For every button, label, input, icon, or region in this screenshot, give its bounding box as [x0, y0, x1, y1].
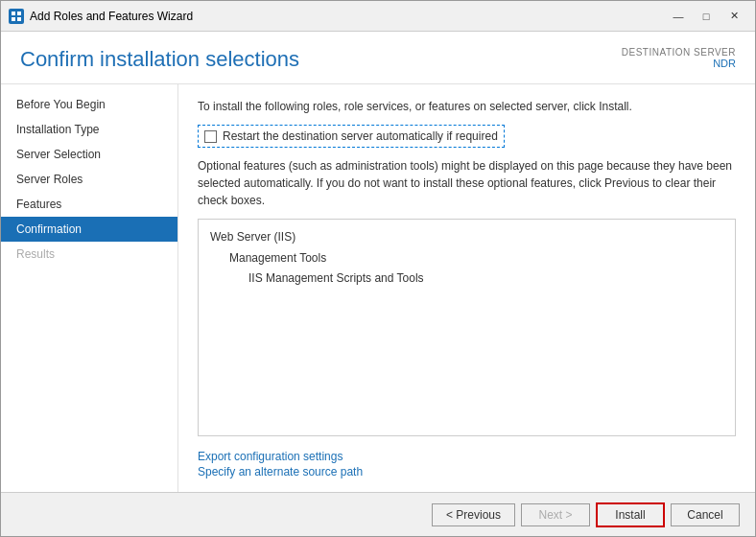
content-area: Confirm installation selections DESTINAT…: [1, 32, 755, 536]
feature-web-server: Web Server (IIS): [210, 227, 723, 248]
main-body: Before You Begin Installation Type Serve…: [1, 84, 755, 492]
cancel-button[interactable]: Cancel: [671, 503, 740, 526]
destination-server: DESTINATION SERVER NDR: [622, 47, 736, 69]
sidebar-item-confirmation[interactable]: Confirmation: [1, 217, 177, 242]
export-config-link[interactable]: Export configuration settings: [198, 450, 736, 463]
right-panel: To install the following roles, role ser…: [178, 84, 755, 492]
svg-rect-0: [12, 12, 15, 15]
links-section: Export configuration settings Specify an…: [198, 450, 736, 479]
sidebar-item-features[interactable]: Features: [1, 192, 177, 217]
sidebar-item-results: Results: [1, 242, 177, 267]
sidebar-item-server-selection[interactable]: Server Selection: [1, 142, 177, 167]
sidebar-item-installation-type[interactable]: Installation Type: [1, 117, 177, 142]
restart-checkbox-label: Restart the destination server automatic…: [223, 129, 498, 143]
instruction-text: To install the following roles, role ser…: [198, 98, 736, 115]
restart-checkbox[interactable]: [204, 130, 217, 143]
close-button[interactable]: ✕: [721, 6, 747, 27]
next-button[interactable]: Next >: [521, 503, 590, 526]
restart-checkbox-row[interactable]: Restart the destination server automatic…: [198, 125, 505, 148]
svg-rect-3: [17, 17, 21, 21]
wizard-window: Add Roles and Features Wizard — □ ✕ Conf…: [0, 0, 756, 537]
feature-management-tools: Management Tools: [210, 248, 723, 269]
header-section: Confirm installation selections DESTINAT…: [1, 32, 755, 84]
feature-iis-scripts: IIS Management Scripts and Tools: [210, 268, 723, 290]
minimize-button[interactable]: —: [665, 6, 692, 27]
app-icon: [9, 9, 24, 24]
alternate-source-link[interactable]: Specify an alternate source path: [198, 465, 736, 479]
footer: < Previous Next > Install Cancel: [1, 492, 755, 536]
optional-text: Optional features (such as administratio…: [198, 157, 736, 209]
previous-button[interactable]: < Previous: [432, 503, 515, 526]
server-name: NDR: [713, 58, 736, 69]
sidebar: Before You Begin Installation Type Serve…: [1, 84, 178, 492]
page-title: Confirm installation selections: [20, 47, 299, 72]
install-button[interactable]: Install: [596, 502, 665, 527]
window-title: Add Roles and Features Wizard: [30, 10, 193, 23]
title-bar: Add Roles and Features Wizard — □ ✕: [1, 1, 755, 32]
destination-label: DESTINATION SERVER: [622, 47, 736, 58]
svg-rect-2: [12, 17, 15, 21]
svg-rect-1: [17, 12, 21, 15]
maximize-button[interactable]: □: [693, 6, 720, 27]
sidebar-item-before-you-begin[interactable]: Before You Begin: [1, 92, 177, 117]
features-box: Web Server (IIS) Management Tools IIS Ma…: [198, 219, 736, 436]
sidebar-item-server-roles[interactable]: Server Roles: [1, 167, 177, 192]
